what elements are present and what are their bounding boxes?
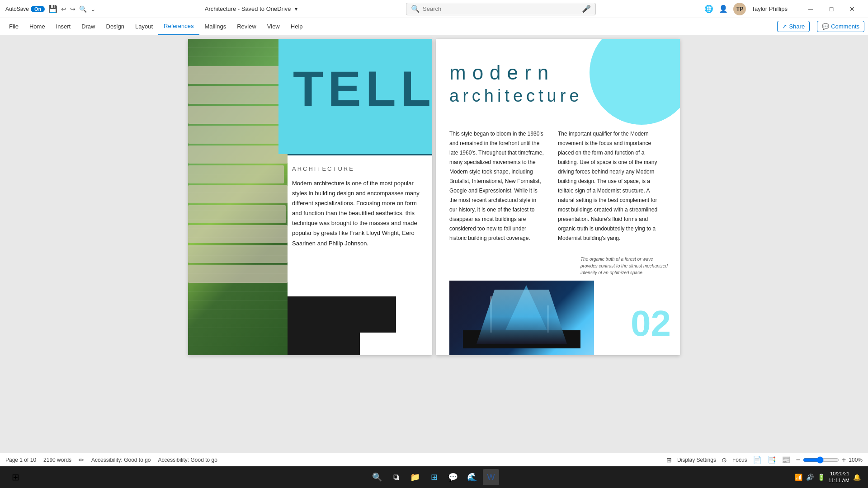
page2-column2: The important qualifier for the Modern m… [558,129,662,243]
taskbar-date-display: 11:11 AM [829,477,849,484]
page1-content: ARCHITECTURE Modern architecture is one … [288,161,428,253]
battery-icon[interactable]: 🔋 [817,474,825,481]
globe-icon[interactable]: 🌐 [704,5,713,13]
task-view-icon: ⧉ [393,473,399,482]
word-icon: W [487,473,495,482]
search-taskbar-icon: 🔍 [372,472,382,482]
search-taskbar-button[interactable]: 🔍 [369,469,385,485]
page2-number: 02 [631,305,671,342]
word-button[interactable]: W [483,469,499,485]
page-2: modern architecture This style began to … [436,39,680,355]
focus-icon[interactable]: ⊙ [722,456,727,464]
chat-icon: 💬 [448,472,458,482]
search-icon-small[interactable]: 🔍 [79,5,87,13]
search-icon: 🔍 [411,5,420,13]
page-1: TELL ARCHITECTURE Modern architecture is… [188,39,432,355]
ribbon-design[interactable]: Design [101,18,130,35]
edge-icon: 🌊 [467,472,477,482]
word-count: 2190 words [43,457,71,463]
zoom-out-button[interactable]: − [796,456,800,464]
undo-icon[interactable]: ↩ [61,5,66,13]
title-bar-left: AutoSave On 💾 ↩ ↪ 🔍 ⌄ [5,5,96,13]
notifications-icon[interactable]: 🔔 [853,474,861,481]
zoom-slider[interactable] [803,456,839,464]
zoom-in-button[interactable]: + [842,456,846,464]
edit-icon[interactable]: ✏ [79,456,84,464]
window-controls: ─ □ ✕ [800,2,863,16]
autosave-label: AutoSave [5,6,29,12]
taskbar-time-display: 10/20/21 [829,470,849,477]
page1-body: Modern architecture is one of the most p… [292,178,423,249]
page2-title-line1: modern [449,61,555,84]
chat-button[interactable]: 💬 [445,469,461,485]
task-view-button[interactable]: ⧉ [388,469,404,485]
autosave-area: AutoSave On [5,6,45,12]
minimize-button[interactable]: ─ [800,2,821,16]
title-bar-right: 🌐 👤 TP Taylor Phillips ─ □ ✕ [704,2,862,16]
comments-label: Comments [831,23,859,30]
focus-label[interactable]: Focus [732,457,747,463]
page2-title-line2: architecture [449,86,583,106]
ribbon-help[interactable]: Help [285,18,308,35]
redo-icon[interactable]: ↪ [70,5,75,13]
page1-title-text: TELL [293,61,432,116]
share-button[interactable]: ↗ Share [777,21,810,32]
ribbon-menu: File Home Insert Draw Design Layout Refe… [4,18,308,35]
more-options-icon[interactable]: ⌄ [90,5,96,13]
display-settings-label[interactable]: Display Settings [677,457,716,463]
taskbar-datetime[interactable]: 10/20/21 11:11 AM [829,470,849,484]
status-bar: Page 1 of 10 2190 words ✏ Accessibility:… [0,453,868,466]
autosave-toggle[interactable]: On [31,6,45,12]
page-info: Page 1 of 10 [5,457,36,463]
search-bar[interactable]: 🔍 🎤 [406,3,596,15]
page1-bottom-dark [288,296,360,355]
view-web-icon[interactable]: 📑 [767,455,776,464]
ribbon-mailings[interactable]: Mailings [199,18,232,35]
mic-icon[interactable]: 🎤 [582,5,591,13]
ribbon-view[interactable]: View [262,18,285,35]
save-icon[interactable]: 💾 [48,5,57,13]
page2-bottom-image [449,281,594,355]
file-explorer-button[interactable]: 📁 [407,469,423,485]
close-button[interactable]: ✕ [842,2,863,16]
ribbon-right: ↗ Share 💬 Comments [777,21,864,32]
status-right: ⊞ Display Settings ⊙ Focus 📄 📑 📰 − + 100… [666,455,863,464]
edge-button[interactable]: 🌊 [464,469,480,485]
share-label: Share [789,23,805,30]
ribbon-draw[interactable]: Draw [76,18,100,35]
ribbon-review[interactable]: Review [231,18,262,35]
doc-title: Architecture - Saved to OneDrive [205,5,291,12]
taskbar-center: 🔍 ⧉ 📁 ⊞ 💬 🌊 W [369,469,499,485]
widgets-button[interactable]: ⊞ [426,469,442,485]
ribbon-references[interactable]: References [158,18,199,35]
windows-icon: ⊞ [12,472,19,483]
share-icon: ↗ [782,23,787,30]
view-print-icon[interactable]: 📄 [753,455,762,464]
dropdown-icon[interactable]: ▾ [295,6,297,12]
title-bar: AutoSave On 💾 ↩ ↪ 🔍 ⌄ Architecture - Sav… [0,0,868,18]
network-icon[interactable]: 📶 [795,474,802,481]
user-name: Taylor Phillips [751,5,787,12]
search-input[interactable] [423,5,582,12]
comments-button[interactable]: 💬 Comments [817,21,864,32]
ribbon-insert[interactable]: Insert [51,18,76,35]
ribbon-layout[interactable]: Layout [130,18,158,35]
avatar[interactable]: TP [733,3,746,15]
accessibility-status[interactable]: Accessibility: Good to go [91,457,151,463]
ribbon-file[interactable]: File [4,18,24,35]
taskbar-right: 📶 🔊 🔋 10/20/21 11:11 AM 🔔 [795,470,861,484]
title-bar-center: Architecture - Saved to OneDrive ▾ [205,5,297,12]
zoom-level: 100% [849,457,863,463]
page1-divider [288,154,432,155]
taskbar-left: ⊞ [7,469,24,485]
page2-caption: The organic truth of a forest or wave pr… [580,256,671,276]
display-settings-icon[interactable]: ⊞ [666,456,672,464]
building-image [188,39,288,355]
view-read-icon[interactable]: 📰 [782,455,791,464]
profile-icon[interactable]: 👤 [719,5,728,13]
start-button[interactable]: ⊞ [7,469,24,485]
file-explorer-icon: 📁 [410,472,420,482]
volume-icon[interactable]: 🔊 [806,474,814,481]
restore-button[interactable]: □ [821,2,842,16]
ribbon-home[interactable]: Home [24,18,51,35]
